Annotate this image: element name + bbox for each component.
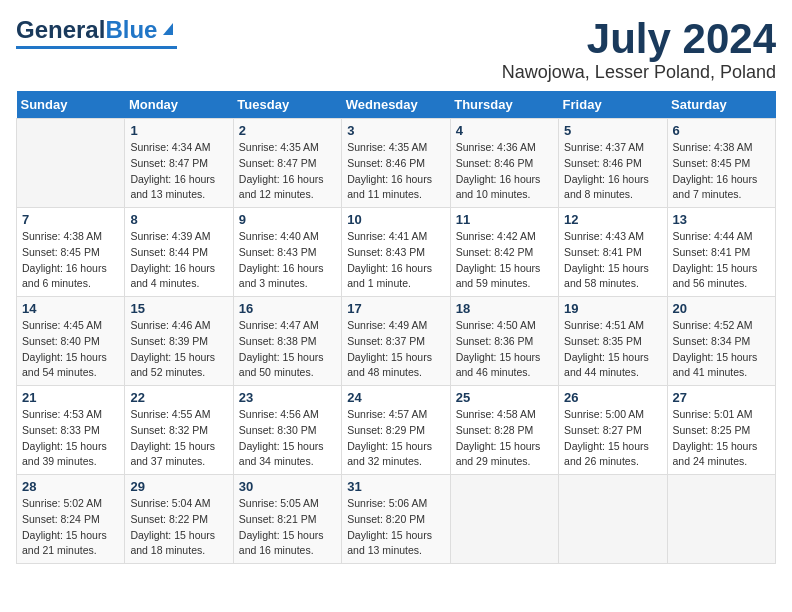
header-cell-sunday: Sunday	[17, 91, 125, 119]
day-info: Sunrise: 4:36 AMSunset: 8:46 PMDaylight:…	[456, 140, 553, 203]
day-info: Sunrise: 5:06 AMSunset: 8:20 PMDaylight:…	[347, 496, 444, 559]
day-number: 12	[564, 212, 661, 227]
day-info: Sunrise: 4:44 AMSunset: 8:41 PMDaylight:…	[673, 229, 770, 292]
day-number: 28	[22, 479, 119, 494]
day-number: 9	[239, 212, 336, 227]
day-info: Sunrise: 4:38 AMSunset: 8:45 PMDaylight:…	[673, 140, 770, 203]
day-cell: 24Sunrise: 4:57 AMSunset: 8:29 PMDayligh…	[342, 386, 450, 475]
day-info: Sunrise: 4:46 AMSunset: 8:39 PMDaylight:…	[130, 318, 227, 381]
logo-underline	[16, 46, 177, 49]
header-cell-friday: Friday	[559, 91, 667, 119]
day-number: 3	[347, 123, 444, 138]
day-number: 10	[347, 212, 444, 227]
day-number: 17	[347, 301, 444, 316]
day-cell: 6Sunrise: 4:38 AMSunset: 8:45 PMDaylight…	[667, 119, 775, 208]
day-info: Sunrise: 4:47 AMSunset: 8:38 PMDaylight:…	[239, 318, 336, 381]
day-info: Sunrise: 4:53 AMSunset: 8:33 PMDaylight:…	[22, 407, 119, 470]
day-cell	[559, 475, 667, 564]
day-info: Sunrise: 4:37 AMSunset: 8:46 PMDaylight:…	[564, 140, 661, 203]
day-cell: 2Sunrise: 4:35 AMSunset: 8:47 PMDaylight…	[233, 119, 341, 208]
day-number: 26	[564, 390, 661, 405]
day-info: Sunrise: 4:40 AMSunset: 8:43 PMDaylight:…	[239, 229, 336, 292]
main-title: July 2024	[502, 16, 776, 62]
day-number: 6	[673, 123, 770, 138]
day-number: 30	[239, 479, 336, 494]
header-row: SundayMondayTuesdayWednesdayThursdayFrid…	[17, 91, 776, 119]
day-cell: 15Sunrise: 4:46 AMSunset: 8:39 PMDayligh…	[125, 297, 233, 386]
day-info: Sunrise: 4:42 AMSunset: 8:42 PMDaylight:…	[456, 229, 553, 292]
day-cell: 12Sunrise: 4:43 AMSunset: 8:41 PMDayligh…	[559, 208, 667, 297]
day-cell	[667, 475, 775, 564]
week-row-4: 21Sunrise: 4:53 AMSunset: 8:33 PMDayligh…	[17, 386, 776, 475]
day-info: Sunrise: 5:01 AMSunset: 8:25 PMDaylight:…	[673, 407, 770, 470]
day-number: 4	[456, 123, 553, 138]
day-info: Sunrise: 5:00 AMSunset: 8:27 PMDaylight:…	[564, 407, 661, 470]
title-block: July 2024 Nawojowa, Lesser Poland, Polan…	[502, 16, 776, 83]
week-row-3: 14Sunrise: 4:45 AMSunset: 8:40 PMDayligh…	[17, 297, 776, 386]
logo-general: General	[16, 16, 105, 44]
day-info: Sunrise: 4:41 AMSunset: 8:43 PMDaylight:…	[347, 229, 444, 292]
day-cell: 30Sunrise: 5:05 AMSunset: 8:21 PMDayligh…	[233, 475, 341, 564]
day-number: 31	[347, 479, 444, 494]
day-cell: 9Sunrise: 4:40 AMSunset: 8:43 PMDaylight…	[233, 208, 341, 297]
day-number: 13	[673, 212, 770, 227]
day-cell: 22Sunrise: 4:55 AMSunset: 8:32 PMDayligh…	[125, 386, 233, 475]
day-info: Sunrise: 4:51 AMSunset: 8:35 PMDaylight:…	[564, 318, 661, 381]
day-info: Sunrise: 4:52 AMSunset: 8:34 PMDaylight:…	[673, 318, 770, 381]
week-row-2: 7Sunrise: 4:38 AMSunset: 8:45 PMDaylight…	[17, 208, 776, 297]
day-cell	[450, 475, 558, 564]
day-info: Sunrise: 4:35 AMSunset: 8:47 PMDaylight:…	[239, 140, 336, 203]
header-cell-thursday: Thursday	[450, 91, 558, 119]
day-cell: 20Sunrise: 4:52 AMSunset: 8:34 PMDayligh…	[667, 297, 775, 386]
week-row-1: 1Sunrise: 4:34 AMSunset: 8:47 PMDaylight…	[17, 119, 776, 208]
day-cell: 8Sunrise: 4:39 AMSunset: 8:44 PMDaylight…	[125, 208, 233, 297]
day-cell: 18Sunrise: 4:50 AMSunset: 8:36 PMDayligh…	[450, 297, 558, 386]
day-number: 23	[239, 390, 336, 405]
page-header: General Blue July 2024 Nawojowa, Lesser …	[16, 16, 776, 83]
day-cell: 14Sunrise: 4:45 AMSunset: 8:40 PMDayligh…	[17, 297, 125, 386]
calendar-body: 1Sunrise: 4:34 AMSunset: 8:47 PMDaylight…	[17, 119, 776, 564]
header-cell-wednesday: Wednesday	[342, 91, 450, 119]
logo-blue: Blue	[105, 16, 157, 44]
calendar-header: SundayMondayTuesdayWednesdayThursdayFrid…	[17, 91, 776, 119]
day-info: Sunrise: 4:34 AMSunset: 8:47 PMDaylight:…	[130, 140, 227, 203]
day-cell	[17, 119, 125, 208]
day-number: 24	[347, 390, 444, 405]
day-cell: 23Sunrise: 4:56 AMSunset: 8:30 PMDayligh…	[233, 386, 341, 475]
day-cell: 10Sunrise: 4:41 AMSunset: 8:43 PMDayligh…	[342, 208, 450, 297]
day-info: Sunrise: 4:56 AMSunset: 8:30 PMDaylight:…	[239, 407, 336, 470]
day-cell: 13Sunrise: 4:44 AMSunset: 8:41 PMDayligh…	[667, 208, 775, 297]
day-number: 21	[22, 390, 119, 405]
day-number: 22	[130, 390, 227, 405]
day-info: Sunrise: 4:49 AMSunset: 8:37 PMDaylight:…	[347, 318, 444, 381]
day-number: 16	[239, 301, 336, 316]
day-cell: 17Sunrise: 4:49 AMSunset: 8:37 PMDayligh…	[342, 297, 450, 386]
day-number: 8	[130, 212, 227, 227]
day-cell: 26Sunrise: 5:00 AMSunset: 8:27 PMDayligh…	[559, 386, 667, 475]
day-number: 7	[22, 212, 119, 227]
day-info: Sunrise: 5:04 AMSunset: 8:22 PMDaylight:…	[130, 496, 227, 559]
day-cell: 21Sunrise: 4:53 AMSunset: 8:33 PMDayligh…	[17, 386, 125, 475]
day-number: 5	[564, 123, 661, 138]
day-info: Sunrise: 4:43 AMSunset: 8:41 PMDaylight:…	[564, 229, 661, 292]
day-number: 20	[673, 301, 770, 316]
day-cell: 31Sunrise: 5:06 AMSunset: 8:20 PMDayligh…	[342, 475, 450, 564]
day-cell: 5Sunrise: 4:37 AMSunset: 8:46 PMDaylight…	[559, 119, 667, 208]
day-info: Sunrise: 4:45 AMSunset: 8:40 PMDaylight:…	[22, 318, 119, 381]
svg-marker-0	[163, 23, 173, 35]
day-cell: 4Sunrise: 4:36 AMSunset: 8:46 PMDaylight…	[450, 119, 558, 208]
day-number: 15	[130, 301, 227, 316]
calendar-table: SundayMondayTuesdayWednesdayThursdayFrid…	[16, 91, 776, 564]
header-cell-monday: Monday	[125, 91, 233, 119]
day-info: Sunrise: 5:05 AMSunset: 8:21 PMDaylight:…	[239, 496, 336, 559]
day-info: Sunrise: 4:39 AMSunset: 8:44 PMDaylight:…	[130, 229, 227, 292]
day-number: 11	[456, 212, 553, 227]
day-cell: 3Sunrise: 4:35 AMSunset: 8:46 PMDaylight…	[342, 119, 450, 208]
header-cell-tuesday: Tuesday	[233, 91, 341, 119]
day-cell: 11Sunrise: 4:42 AMSunset: 8:42 PMDayligh…	[450, 208, 558, 297]
day-cell: 19Sunrise: 4:51 AMSunset: 8:35 PMDayligh…	[559, 297, 667, 386]
day-info: Sunrise: 4:35 AMSunset: 8:46 PMDaylight:…	[347, 140, 444, 203]
day-cell: 27Sunrise: 5:01 AMSunset: 8:25 PMDayligh…	[667, 386, 775, 475]
day-number: 1	[130, 123, 227, 138]
day-info: Sunrise: 5:02 AMSunset: 8:24 PMDaylight:…	[22, 496, 119, 559]
